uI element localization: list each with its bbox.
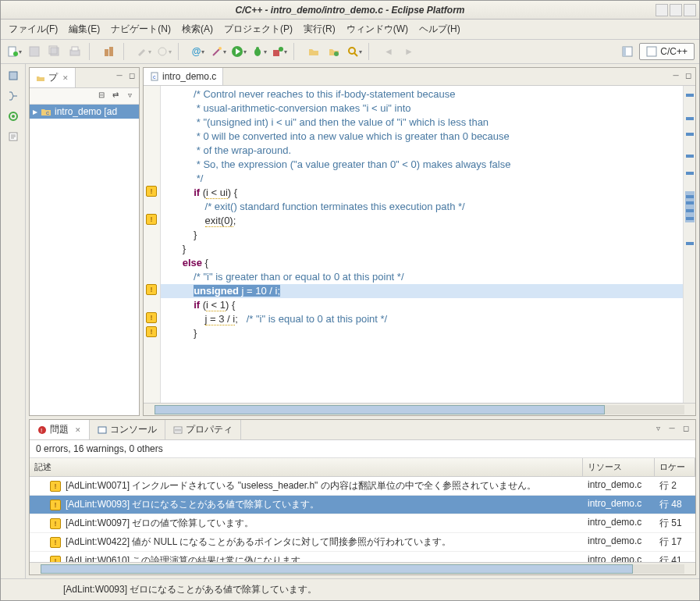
run-button[interactable]: ▾ — [230, 43, 247, 60]
menu-project[interactable]: プロジェクト(P) — [224, 23, 293, 36]
debug-button[interactable]: ▾ — [251, 43, 268, 60]
problems-hscroll[interactable] — [30, 562, 695, 574]
svg-point-15 — [279, 47, 283, 52]
minimize-button[interactable] — [656, 4, 668, 16]
svg-rect-8 — [109, 47, 113, 56]
problems-view: !問題✕ コンソール プロパティ ▿─◻ 0 errors, 16 warnin… — [29, 419, 696, 575]
minimize-view-icon[interactable]: ─ — [114, 69, 125, 80]
svg-text:c: c — [46, 109, 49, 116]
warning-marker-icon[interactable]: ! — [146, 326, 157, 337]
statusbar: [AdLint:W0093] ゼロになることがある値で除算しています。 — [1, 578, 699, 600]
menu-edit[interactable]: 編集(E) — [69, 23, 100, 36]
maximize-button[interactable] — [670, 4, 682, 16]
svg-rect-31 — [174, 427, 182, 433]
forward-button[interactable]: ► — [400, 43, 418, 60]
menu-help[interactable]: ヘルプ(H) — [419, 23, 460, 36]
main-toolbar: ▾ ▾ ▾ @▾ ▾ ▾ ▾ ▾ ▾ ◄ ► C/C++ — [1, 40, 699, 64]
svg-rect-6 — [72, 47, 78, 51]
save-button[interactable] — [26, 43, 43, 60]
editor-tab[interactable]: cintro_demo.c — [144, 68, 223, 85]
problem-row[interactable]: ![AdLint:W0097] ゼロの値で除算しています。intro_demo.… — [30, 514, 695, 533]
menu-file[interactable]: ファイル(F) — [9, 23, 58, 36]
tree-item-project[interactable]: ▸ c intro_demo [ad — [30, 105, 139, 119]
collapse-all-icon[interactable]: ⊟ — [95, 91, 108, 101]
marker-ruler[interactable]: ! ! ! ! ! — [144, 86, 161, 403]
col-resource[interactable]: リソース — [583, 458, 655, 476]
new-button[interactable]: ▾ — [5, 43, 23, 60]
menu-navigate[interactable]: ナビゲート(N) — [111, 23, 171, 36]
tab-properties[interactable]: プロパティ — [165, 420, 241, 439]
menu-window[interactable]: ウィンドウ(W) — [346, 23, 408, 36]
open-perspective-button[interactable] — [619, 43, 636, 60]
col-description[interactable]: 記述 — [30, 458, 583, 476]
editor: cintro_demo.c ─◻ ! ! ! ! ! /* Control ne… — [143, 67, 696, 416]
view-menu-icon[interactable]: ▿ — [123, 91, 136, 101]
close-button[interactable] — [684, 4, 696, 16]
code-editor[interactable]: /* Control never reaches to this if-body… — [161, 86, 683, 403]
editor-hscroll[interactable] — [144, 403, 695, 415]
project-label: intro_demo [ad — [55, 106, 117, 117]
overview-ruler[interactable] — [683, 86, 695, 403]
build-button[interactable] — [101, 43, 118, 60]
svg-rect-2 — [30, 47, 39, 56]
menu-search[interactable]: 検索(A) — [182, 23, 213, 36]
svg-point-23 — [12, 115, 15, 118]
print-button[interactable] — [66, 43, 84, 60]
ext-tools-button[interactable]: ▾ — [271, 43, 288, 60]
at-button[interactable]: @▾ — [190, 43, 207, 60]
svg-point-17 — [349, 48, 355, 54]
svg-text:c: c — [153, 74, 156, 80]
search-button[interactable]: ▾ — [346, 43, 363, 60]
svg-point-13 — [256, 47, 259, 50]
warning-icon: ! — [50, 481, 61, 492]
menubar: ファイル(F) 編集(E) ナビゲート(N) 検索(A) プロジェクト(P) 実… — [1, 20, 699, 40]
left-trim — [1, 64, 26, 578]
svg-rect-21 — [9, 72, 17, 80]
titlebar: C/C++ - intro_demo/intro_demo.c - Eclips… — [1, 1, 699, 20]
problems-menu-icon[interactable]: ▿ — [652, 421, 664, 434]
problem-row[interactable]: ![AdLint:W0071] インクルードされている "useless_hea… — [30, 477, 695, 496]
project-explorer-tab[interactable]: プ✕ — [30, 68, 76, 87]
menu-run[interactable]: 実行(R) — [304, 23, 336, 36]
trim-icon-2[interactable] — [6, 89, 20, 103]
open-type-button[interactable] — [325, 43, 343, 60]
wand-button[interactable]: ▾ — [210, 43, 227, 60]
svg-point-1 — [13, 52, 18, 56]
window-title: C/C++ - intro_demo/intro_demo.c - Eclips… — [235, 5, 464, 16]
trim-icon-1[interactable] — [6, 69, 20, 83]
warning-marker-icon[interactable]: ! — [146, 284, 157, 295]
problem-row[interactable]: ![AdLint:W0610] この論理演算の結果は常に偽になります。intro… — [30, 552, 695, 562]
project-explorer: プ✕ ─◻ ⊟ ⇄ ▿ ▸ c intro_demo [ad — [29, 67, 140, 416]
target-button[interactable]: ▾ — [155, 43, 172, 60]
svg-rect-7 — [105, 49, 108, 56]
tab-console[interactable]: コンソール — [90, 420, 165, 439]
save-all-button[interactable] — [46, 43, 63, 60]
svg-rect-19 — [623, 47, 626, 56]
problems-min-icon[interactable]: ─ — [666, 421, 678, 434]
status-message: [AdLint:W0093] ゼロになることがある値で除算しています。 — [63, 583, 317, 596]
trim-icon-3[interactable] — [6, 109, 20, 123]
editor-minimize-icon[interactable]: ─ — [670, 69, 681, 80]
svg-rect-20 — [647, 47, 656, 56]
perspective-cpp[interactable]: C/C++ — [639, 43, 695, 60]
link-editor-icon[interactable]: ⇄ — [109, 91, 122, 101]
maximize-view-icon[interactable]: ◻ — [126, 69, 137, 80]
svg-point-10 — [219, 47, 222, 50]
trim-icon-4[interactable] — [6, 130, 20, 144]
warning-marker-icon[interactable]: ! — [146, 186, 157, 197]
problem-row[interactable]: ![AdLint:W0093] ゼロになることがある値で除算しています。intr… — [30, 496, 695, 514]
warning-marker-icon[interactable]: ! — [146, 214, 157, 225]
col-location[interactable]: ロケー — [655, 458, 695, 476]
svg-rect-30 — [98, 427, 106, 433]
warning-icon: ! — [50, 518, 61, 529]
back-button[interactable]: ◄ — [380, 43, 397, 60]
tab-problems[interactable]: !問題✕ — [30, 420, 90, 439]
open-folder-button[interactable] — [305, 43, 322, 60]
expand-icon[interactable]: ▸ — [33, 106, 37, 117]
warning-marker-icon[interactable]: ! — [146, 312, 157, 323]
editor-maximize-icon[interactable]: ◻ — [683, 69, 694, 80]
hammer-button[interactable]: ▾ — [135, 43, 152, 60]
problem-row[interactable]: ![AdLint:W0422] 値が NULL になることがあるポインタに対して… — [30, 533, 695, 552]
problems-table[interactable]: 記述 リソース ロケー ![AdLint:W0071] インクルードされている … — [30, 458, 695, 562]
problems-max-icon[interactable]: ◻ — [680, 421, 692, 434]
